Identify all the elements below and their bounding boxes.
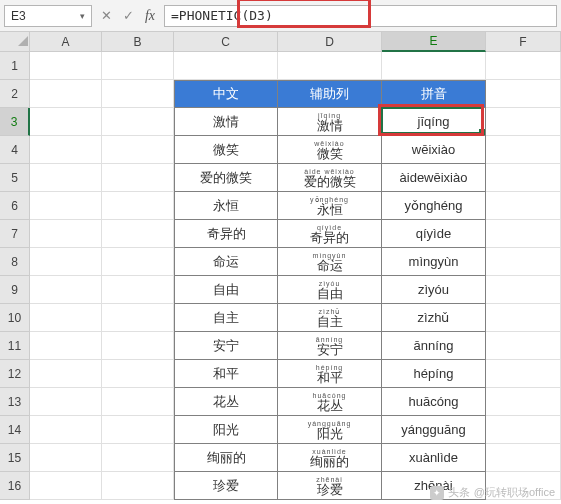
- cancel-icon[interactable]: ✕: [96, 6, 116, 26]
- row-header[interactable]: 3: [0, 108, 30, 136]
- row-header[interactable]: 7: [0, 220, 30, 248]
- cell[interactable]: zìyóu: [382, 276, 486, 304]
- cell[interactable]: àidewēixiào: [382, 164, 486, 192]
- cell[interactable]: [30, 136, 102, 164]
- cell[interactable]: [102, 416, 174, 444]
- cell[interactable]: xuànlìde绚丽的: [278, 444, 382, 472]
- cell[interactable]: hépíng: [382, 360, 486, 388]
- cell[interactable]: zìzhǔ自主: [278, 304, 382, 332]
- cell[interactable]: yángguāng阳光: [278, 416, 382, 444]
- cell[interactable]: [30, 416, 102, 444]
- cell[interactable]: [486, 192, 561, 220]
- cell[interactable]: [486, 164, 561, 192]
- cell[interactable]: [486, 220, 561, 248]
- cell[interactable]: [102, 332, 174, 360]
- cell[interactable]: 拼音: [382, 80, 486, 108]
- cell[interactable]: [486, 444, 561, 472]
- cell[interactable]: 爱的微笑: [174, 164, 278, 192]
- column-header[interactable]: D: [278, 32, 382, 52]
- cell[interactable]: [102, 52, 174, 80]
- cell[interactable]: àide wēixiào爱的微笑: [278, 164, 382, 192]
- cell[interactable]: huācóng花丛: [278, 388, 382, 416]
- cell[interactable]: 命运: [174, 248, 278, 276]
- cell[interactable]: zìzhǔ: [382, 304, 486, 332]
- column-header[interactable]: A: [30, 32, 102, 52]
- enter-icon[interactable]: ✓: [118, 6, 138, 26]
- row-header[interactable]: 9: [0, 276, 30, 304]
- row-header[interactable]: 6: [0, 192, 30, 220]
- cells-area[interactable]: 中文辅助列拼音激情jīqíng激情jīqíng微笑wēixiào微笑wēixià…: [30, 52, 561, 500]
- cell[interactable]: qíyìde: [382, 220, 486, 248]
- row-header[interactable]: 14: [0, 416, 30, 444]
- cell[interactable]: 安宁: [174, 332, 278, 360]
- cell[interactable]: [102, 304, 174, 332]
- cell[interactable]: ānníng安宁: [278, 332, 382, 360]
- cell[interactable]: [102, 80, 174, 108]
- cell[interactable]: [102, 360, 174, 388]
- cell[interactable]: mìngyùn: [382, 248, 486, 276]
- cell[interactable]: huācóng: [382, 388, 486, 416]
- row-header[interactable]: 4: [0, 136, 30, 164]
- cell[interactable]: 绚丽的: [174, 444, 278, 472]
- cell[interactable]: jīqíng激情: [278, 108, 382, 136]
- cell[interactable]: [486, 248, 561, 276]
- row-header[interactable]: 8: [0, 248, 30, 276]
- cell[interactable]: [102, 136, 174, 164]
- cell[interactable]: [486, 136, 561, 164]
- cell[interactable]: [30, 472, 102, 500]
- cell[interactable]: [486, 304, 561, 332]
- cell[interactable]: [102, 220, 174, 248]
- cell[interactable]: [102, 444, 174, 472]
- cell[interactable]: yǒnghéng永恒: [278, 192, 382, 220]
- cell[interactable]: 花丛: [174, 388, 278, 416]
- column-header[interactable]: B: [102, 32, 174, 52]
- cell[interactable]: 激情: [174, 108, 278, 136]
- column-header[interactable]: F: [486, 32, 561, 52]
- cell[interactable]: [102, 388, 174, 416]
- cell[interactable]: 奇异的: [174, 220, 278, 248]
- cell[interactable]: [486, 52, 561, 80]
- cell[interactable]: [102, 248, 174, 276]
- row-header[interactable]: 15: [0, 444, 30, 472]
- cell[interactable]: mìngyùn命运: [278, 248, 382, 276]
- row-header[interactable]: 16: [0, 472, 30, 500]
- cell[interactable]: [102, 164, 174, 192]
- cell[interactable]: 自主: [174, 304, 278, 332]
- cell[interactable]: [174, 52, 278, 80]
- cell[interactable]: [30, 304, 102, 332]
- cell[interactable]: [30, 276, 102, 304]
- cell[interactable]: 辅助列: [278, 80, 382, 108]
- row-header[interactable]: 11: [0, 332, 30, 360]
- row-header[interactable]: 13: [0, 388, 30, 416]
- cell[interactable]: [486, 276, 561, 304]
- name-box-dropdown-icon[interactable]: ▾: [75, 9, 89, 23]
- cell[interactable]: yǒnghéng: [382, 192, 486, 220]
- row-header[interactable]: 10: [0, 304, 30, 332]
- cell[interactable]: yángguāng: [382, 416, 486, 444]
- cell[interactable]: [486, 416, 561, 444]
- cell[interactable]: wēixiào微笑: [278, 136, 382, 164]
- cell[interactable]: [30, 360, 102, 388]
- cell[interactable]: ānníng: [382, 332, 486, 360]
- row-header[interactable]: 5: [0, 164, 30, 192]
- cell[interactable]: 珍爱: [174, 472, 278, 500]
- cell[interactable]: [486, 360, 561, 388]
- cell[interactable]: 中文: [174, 80, 278, 108]
- cell[interactable]: [486, 108, 561, 136]
- cell[interactable]: [486, 80, 561, 108]
- cell[interactable]: 和平: [174, 360, 278, 388]
- row-header[interactable]: 1: [0, 52, 30, 80]
- column-header[interactable]: C: [174, 32, 278, 52]
- cell[interactable]: [30, 444, 102, 472]
- cell[interactable]: zìyóu自由: [278, 276, 382, 304]
- fx-icon[interactable]: fx: [140, 6, 160, 26]
- formula-input[interactable]: =PHONETIC(D3): [164, 5, 557, 27]
- cell[interactable]: [30, 192, 102, 220]
- cell[interactable]: jīqíng: [382, 108, 486, 136]
- cell[interactable]: wēixiào: [382, 136, 486, 164]
- cell[interactable]: [30, 220, 102, 248]
- row-header[interactable]: 2: [0, 80, 30, 108]
- cell[interactable]: [30, 80, 102, 108]
- select-all-corner[interactable]: [0, 32, 30, 52]
- name-box[interactable]: E3 ▾: [4, 5, 92, 27]
